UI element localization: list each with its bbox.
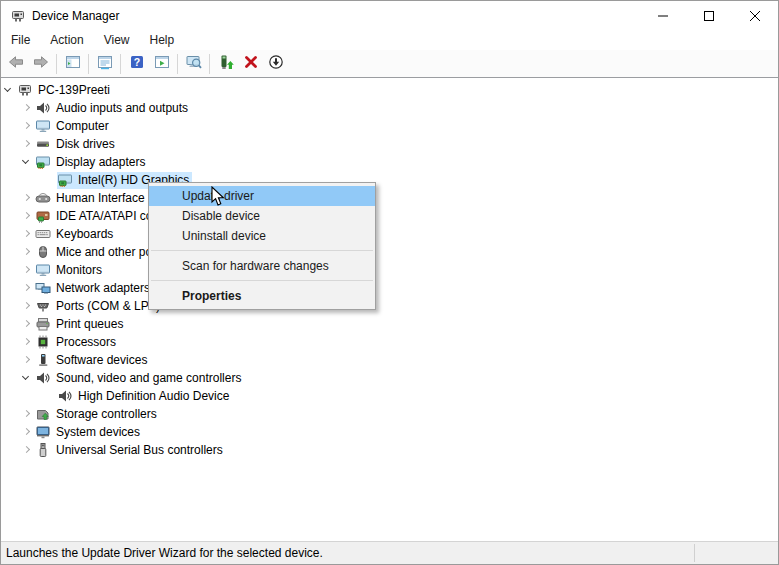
menu-file[interactable]: File xyxy=(1,31,40,49)
tree-item-label: Processors xyxy=(55,334,119,351)
printer-icon xyxy=(35,316,52,332)
chevron-right-icon[interactable] xyxy=(19,334,35,350)
tree-item-intel-r-hd-graphics[interactable]: Intel(R) HD Graphics xyxy=(1,171,778,189)
tree-item-network-adapters[interactable]: Network adapters xyxy=(1,279,778,297)
update-driver-button[interactable] xyxy=(213,52,238,76)
chevron-down-icon[interactable] xyxy=(1,82,17,98)
action-pane-icon xyxy=(154,54,170,74)
device-tree: PC-139PreetiAudio inputs and outputsComp… xyxy=(1,78,778,541)
tree-item-software-devices[interactable]: Software devices xyxy=(1,351,778,369)
tree-item-monitors[interactable]: Monitors xyxy=(1,261,778,279)
tree-item-audio-inputs-and-outputs[interactable]: Audio inputs and outputs xyxy=(1,99,778,117)
chevron-right-icon[interactable] xyxy=(19,424,35,440)
tree-item-universal-serial-bus-controllers[interactable]: Universal Serial Bus controllers xyxy=(1,441,778,459)
menu-action[interactable]: Action xyxy=(40,31,93,49)
help-button[interactable]: ? xyxy=(124,52,149,76)
svg-text:?: ? xyxy=(133,56,139,68)
keyboard-icon xyxy=(35,226,52,242)
chevron-right-icon[interactable] xyxy=(19,298,35,314)
tree-item-disk-drives[interactable]: Disk drives xyxy=(1,135,778,153)
chevron-right-icon[interactable] xyxy=(19,100,35,116)
window-title: Device Manager xyxy=(32,9,640,23)
context-menu-uninstall-device[interactable]: Uninstall device xyxy=(149,226,375,246)
uninstall-device-icon xyxy=(243,54,259,74)
chevron-right-icon[interactable] xyxy=(19,280,35,296)
chevron-right-icon[interactable] xyxy=(19,442,35,458)
storage-icon xyxy=(35,406,52,422)
context-menu-separator xyxy=(149,276,375,286)
toolbar-separator xyxy=(56,54,57,74)
port-icon xyxy=(35,298,52,314)
scan-hardware-changes-button[interactable] xyxy=(181,52,206,76)
tree-item-ide-ata-atapi-controllers[interactable]: IDE ATA/ATAPI controllers xyxy=(1,207,778,225)
menu-help[interactable]: Help xyxy=(140,31,185,49)
context-menu-scan-for-hardware-changes[interactable]: Scan for hardware changes xyxy=(149,256,375,276)
tree-item-processors[interactable]: Processors xyxy=(1,333,778,351)
tree-item-display-adapters[interactable]: Display adapters xyxy=(1,153,778,171)
usb-icon xyxy=(35,442,52,458)
chevron-down-icon[interactable] xyxy=(19,370,35,386)
back-button[interactable] xyxy=(3,52,28,76)
computer-pc-icon xyxy=(17,82,34,98)
title-bar: Device Manager xyxy=(1,1,778,30)
tree-item-system-devices[interactable]: System devices xyxy=(1,423,778,441)
maximize-icon xyxy=(704,11,714,21)
speaker-icon xyxy=(35,100,52,116)
tree-item-label: Storage controllers xyxy=(55,406,160,423)
tree-item-computer[interactable]: Computer xyxy=(1,117,778,135)
tree-item-label: Ports (COM & LPT) xyxy=(55,298,163,315)
tree-item-label: Display adapters xyxy=(55,154,148,171)
chevron-right-icon[interactable] xyxy=(19,118,35,134)
toolbar-separator xyxy=(120,54,121,74)
tree-item-sound-video-and-game-controllers[interactable]: Sound, video and game controllers xyxy=(1,369,778,387)
status-bar-divider xyxy=(694,544,695,562)
device-manager-window: Device Manager FileActionViewHelp ? PC-1… xyxy=(0,0,779,565)
tree-item-high-definition-audio-device[interactable]: High Definition Audio Device xyxy=(1,387,778,405)
menu-bar: FileActionViewHelp xyxy=(1,30,778,50)
disable-device-button[interactable] xyxy=(263,52,288,76)
tree-item-human-interface-devices[interactable]: Human Interface Devices xyxy=(1,189,778,207)
chevron-right-icon[interactable] xyxy=(19,208,35,224)
cpu-icon xyxy=(35,334,52,350)
system-icon xyxy=(35,424,52,440)
chevron-right-icon[interactable] xyxy=(19,406,35,422)
tree-item-label: System devices xyxy=(55,424,143,441)
chevron-right-icon[interactable] xyxy=(19,262,35,278)
tree-item-keyboards[interactable]: Keyboards xyxy=(1,225,778,243)
tree-item-label: Software devices xyxy=(55,352,150,369)
chevron-down-icon[interactable] xyxy=(19,154,35,170)
tree-item-ports-com-lpt[interactable]: Ports (COM & LPT) xyxy=(1,297,778,315)
monitor-icon xyxy=(35,118,52,134)
menu-view[interactable]: View xyxy=(94,31,140,49)
tree-item-mice-and-other-pointing-devices[interactable]: Mice and other pointing devices xyxy=(1,243,778,261)
chevron-right-icon[interactable] xyxy=(19,352,35,368)
chevron-right-icon[interactable] xyxy=(19,136,35,152)
toolbar-separator xyxy=(88,54,89,74)
chevron-right-icon[interactable] xyxy=(19,190,35,206)
context-menu-update-driver[interactable]: Update driver xyxy=(149,186,375,206)
action-pane-button[interactable] xyxy=(149,52,174,76)
chevron-right-icon[interactable] xyxy=(19,226,35,242)
chevron-right-icon[interactable] xyxy=(19,316,35,332)
uninstall-device-button[interactable] xyxy=(238,52,263,76)
properties-panel-button[interactable] xyxy=(92,52,117,76)
chevron-right-icon[interactable] xyxy=(19,244,35,260)
tree-item-pc-139preeti[interactable]: PC-139Preeti xyxy=(1,81,778,99)
tree-item-label: Print queues xyxy=(55,316,126,333)
show-console-tree-button[interactable] xyxy=(60,52,85,76)
speaker-icon xyxy=(57,388,74,404)
close-button[interactable] xyxy=(732,1,778,30)
context-menu-properties[interactable]: Properties xyxy=(149,286,375,306)
toolbar-separator xyxy=(209,54,210,74)
chevron-placeholder xyxy=(41,388,57,404)
context-menu-disable-device[interactable]: Disable device xyxy=(149,206,375,226)
tree-item-storage-controllers[interactable]: Storage controllers xyxy=(1,405,778,423)
minimize-button[interactable] xyxy=(640,1,686,30)
tree-item-label: Network adapters xyxy=(55,280,153,297)
tree-item-print-queues[interactable]: Print queues xyxy=(1,315,778,333)
ide-card-icon xyxy=(35,208,52,224)
monitor-icon xyxy=(35,262,52,278)
tree-item-label: Computer xyxy=(55,118,112,135)
maximize-button[interactable] xyxy=(686,1,732,30)
forward-button[interactable] xyxy=(28,52,53,76)
